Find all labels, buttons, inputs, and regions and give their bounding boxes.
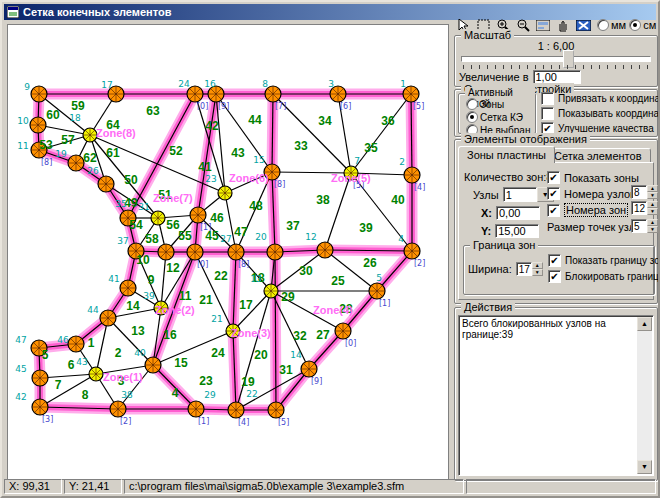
- mesh-node-36[interactable]: [187, 244, 203, 260]
- setting-checkbox[interactable]: [541, 107, 554, 120]
- close-view-icon[interactable]: [574, 18, 592, 33]
- zoom-factor-input[interactable]: [533, 70, 581, 84]
- element-number: 8: [82, 388, 89, 402]
- mesh-node-43[interactable]: [89, 367, 103, 381]
- unit-radio[interactable]: [597, 19, 609, 31]
- node-size-value: 5: [631, 219, 647, 233]
- element-number: 34: [318, 114, 332, 128]
- node-number: 44: [87, 305, 99, 315]
- zone-label: Zone(1): [103, 371, 143, 383]
- mesh-node-27[interactable]: [228, 244, 244, 260]
- mesh-node-4[interactable]: [404, 243, 420, 259]
- mesh-node-40[interactable]: [145, 357, 161, 373]
- border-checkbox[interactable]: ✔: [548, 270, 561, 283]
- log-scrollbar[interactable]: ▲ ▼: [637, 317, 652, 474]
- element-number: 24: [211, 346, 225, 360]
- spin-up-icon[interactable]: ▲: [647, 219, 658, 226]
- unit-label: см: [643, 19, 656, 31]
- layer-radio[interactable]: [466, 111, 478, 123]
- node-number: 2: [399, 157, 405, 167]
- show-zones-checkbox[interactable]: ✔: [547, 171, 560, 184]
- pan-hand-icon[interactable]: [554, 18, 572, 33]
- spin-down-icon[interactable]: ▼: [647, 208, 658, 215]
- mesh-node-30[interactable]: [190, 207, 206, 223]
- mesh-node-28[interactable]: [335, 323, 351, 339]
- setting-checkbox[interactable]: [541, 92, 554, 105]
- tab-plate-zones[interactable]: Зоны пластины: [458, 146, 555, 163]
- element-number: 23: [199, 374, 213, 388]
- mesh-node-31[interactable]: [151, 211, 165, 225]
- mesh-node-9[interactable]: [31, 86, 47, 102]
- node-tag: [5]: [413, 102, 424, 111]
- mesh-node-33[interactable]: [158, 244, 174, 260]
- mesh-node-34[interactable]: [188, 401, 204, 417]
- tab-element-mesh[interactable]: Сетка элементов: [545, 148, 651, 163]
- element-number: 31: [279, 363, 293, 377]
- scroll-up-icon[interactable]: ▲: [637, 317, 652, 331]
- zone-numbers-spinner[interactable]: 12 ▲▼: [631, 201, 658, 215]
- zoom-out-icon[interactable]: [514, 18, 532, 33]
- actions-label: Действия: [461, 301, 515, 313]
- node-number: 31: [138, 202, 149, 212]
- mesh-node-23[interactable]: [218, 186, 232, 200]
- zone-label: Zone(6): [229, 172, 269, 184]
- node-numbers-checkbox[interactable]: ✔: [547, 187, 560, 200]
- fit-view-icon[interactable]: [534, 18, 552, 33]
- spin-up-icon[interactable]: ▲: [647, 201, 658, 208]
- element-number: 20: [254, 348, 268, 362]
- spin-up-icon[interactable]: ▲: [647, 185, 658, 192]
- unit-radio[interactable]: [629, 19, 641, 31]
- mesh-node-26[interactable]: [98, 176, 114, 192]
- border-width-spinner[interactable]: 17 ▲▼: [516, 262, 543, 276]
- mesh-node-18[interactable]: [83, 128, 97, 142]
- mesh-node-42[interactable]: [32, 399, 48, 415]
- node-tag: [0]: [345, 339, 356, 348]
- mesh-node-19[interactable]: [68, 155, 84, 171]
- mesh-node-44[interactable]: [100, 310, 116, 326]
- border-checkbox[interactable]: ✔: [548, 254, 561, 267]
- element-number: 43: [231, 146, 245, 160]
- x-input[interactable]: [496, 206, 540, 220]
- mesh-node-29[interactable]: [228, 402, 244, 418]
- unit-мм[interactable]: мм: [597, 19, 626, 31]
- scale-slider[interactable]: [461, 56, 651, 62]
- mesh-node-38[interactable]: [110, 401, 126, 417]
- layer-Зоны[interactable]: Зоны: [466, 98, 530, 110]
- border-item: ✔Блокировать границу: [548, 270, 660, 283]
- mesh-node-5[interactable]: [369, 283, 385, 299]
- scroll-down-icon[interactable]: ▼: [637, 460, 652, 474]
- mesh-node-13[interactable]: [264, 284, 278, 298]
- layer-Сетка КЭ[interactable]: Сетка КЭ: [466, 111, 530, 123]
- zone-label: Zone(8): [96, 127, 136, 139]
- node-select[interactable]: 1 ▼: [503, 187, 554, 202]
- element-number: 11: [179, 289, 192, 303]
- zone-label: Zone(7): [153, 192, 193, 204]
- mesh-node-45[interactable]: [32, 370, 48, 386]
- spin-down-icon[interactable]: ▼: [647, 192, 658, 199]
- mesh-canvas[interactable]: 1234567891011121314151617181920212223242…: [7, 24, 449, 480]
- mesh-node-46[interactable]: [68, 336, 84, 352]
- layer-radio[interactable]: [466, 98, 478, 110]
- node-numbers-spinner[interactable]: 8 ▲▼: [631, 185, 658, 199]
- element-number: 63: [146, 104, 160, 118]
- zone-numbers-checkbox[interactable]: ✔: [547, 204, 560, 217]
- spin-down-icon[interactable]: ▼: [647, 226, 658, 233]
- node-size-spinner[interactable]: 5 ▲▼: [631, 219, 658, 233]
- unit-см[interactable]: см: [629, 19, 656, 31]
- element-number: 32: [293, 329, 307, 343]
- y-input[interactable]: [495, 224, 539, 238]
- finite-element-mesh[interactable]: 1234567891011121314151617181920212223242…: [8, 25, 450, 481]
- y-label: Y:: [481, 225, 491, 237]
- mesh-node-20[interactable]: [267, 244, 283, 260]
- actions-log[interactable]: Всего блокированных узлов на границе:39 …: [458, 315, 654, 476]
- node-number: 42: [15, 392, 26, 402]
- mesh-node-10[interactable]: [30, 117, 46, 133]
- mesh-node-14[interactable]: [301, 361, 317, 377]
- mesh-node-12[interactable]: [317, 242, 333, 258]
- status-y: Y: 21,41: [64, 479, 122, 494]
- mesh-node-22[interactable]: [268, 402, 284, 418]
- spin-up-icon[interactable]: ▲: [532, 262, 543, 269]
- mesh-node-2[interactable]: [404, 167, 420, 183]
- spin-down-icon[interactable]: ▼: [532, 269, 543, 276]
- mesh-node-41[interactable]: [120, 280, 136, 296]
